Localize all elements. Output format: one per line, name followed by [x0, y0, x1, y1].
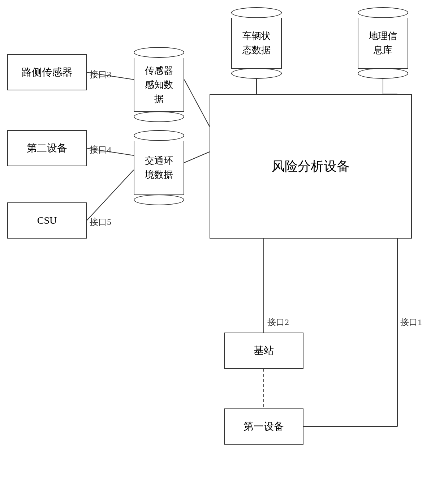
first-device-box: 第一设备: [224, 408, 303, 445]
road-sensor-box: 路侧传感器: [7, 54, 87, 90]
vehicle-state-label: 车辆状态数据: [242, 29, 271, 57]
vehicle-state-cylinder: 车辆状态数据: [231, 7, 282, 79]
svg-line-2: [87, 170, 134, 220]
second-device-label: 第二设备: [27, 141, 67, 155]
traffic-data-label: 交通环境数据: [145, 154, 173, 182]
geo-info-label: 地理信息库: [369, 29, 397, 57]
risk-analysis-box: 风险分析设备: [210, 94, 412, 239]
base-station-label: 基站: [254, 343, 274, 357]
base-station-box: 基站: [224, 333, 303, 369]
svg-line-4: [184, 152, 210, 163]
road-sensor-label: 路侧传感器: [22, 65, 72, 79]
geo-info-cylinder: 地理信息库: [358, 7, 408, 79]
svg-line-3: [184, 80, 210, 127]
interface4-label: 接口4: [90, 144, 111, 155]
interface2-label: 接口2: [267, 316, 289, 328]
interface3-label: 接口3: [90, 69, 111, 80]
diagram-container: 路侧传感器 第二设备 CSU 风险分析设备 基站 第一设备 传感器感知数据 交通…: [0, 0, 448, 501]
sensor-data-label: 传感器感知数据: [145, 64, 173, 106]
csu-label: CSU: [37, 213, 57, 227]
interface1-label: 接口1: [400, 316, 422, 328]
risk-analysis-label: 风险分析设备: [272, 157, 350, 175]
traffic-data-cylinder: 交通环境数据: [134, 130, 184, 205]
second-device-box: 第二设备: [7, 130, 87, 166]
sensor-data-cylinder: 传感器感知数据: [134, 47, 184, 122]
first-device-label: 第一设备: [244, 419, 284, 433]
csu-box: CSU: [7, 202, 87, 239]
interface5-label: 接口5: [90, 216, 111, 228]
